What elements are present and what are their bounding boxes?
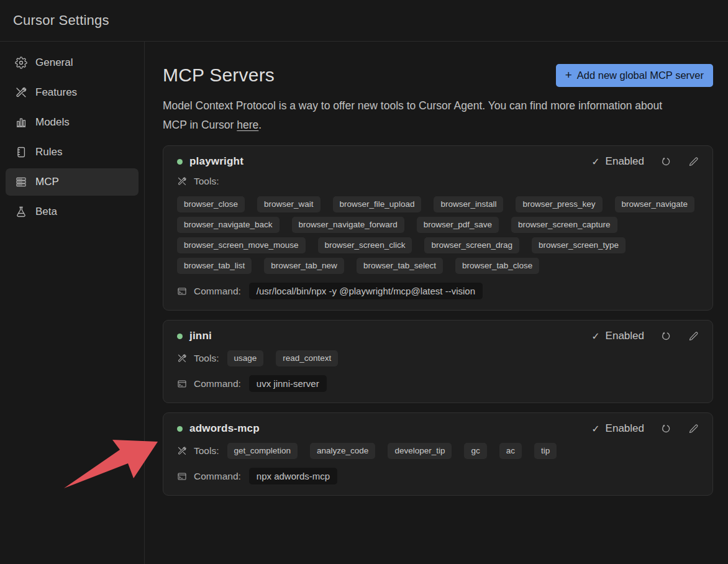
sidebar-item-label: Beta: [35, 206, 57, 218]
server-command-row: Command:uvx jinni-server: [177, 375, 699, 392]
tool-chip: browser_install: [434, 196, 503, 212]
sidebar-item-label: MCP: [35, 176, 59, 188]
tool-chip: browser_screen_move_mouse: [177, 237, 306, 253]
tool-chip: browser_tab_close: [455, 258, 539, 274]
server-enabled-toggle[interactable]: ✓Enabled: [591, 422, 644, 435]
command-label: Command:: [194, 286, 241, 297]
tool-chip: gc: [464, 443, 486, 459]
tool-chip: usage: [227, 350, 264, 366]
edit-icon[interactable]: [688, 331, 699, 342]
tool-chip: browser_file_upload: [333, 196, 422, 212]
tools-icon: [177, 446, 187, 456]
mcp-section-header: MCP Servers +Add new global MCP server: [163, 64, 713, 87]
tools-icon: [177, 353, 187, 363]
window-title: Cursor Settings: [13, 12, 109, 29]
tool-chip: get_completion: [227, 443, 298, 459]
terminal-icon: [177, 471, 187, 481]
tools-label: Tools:: [194, 445, 219, 457]
server-status-dot: [177, 426, 183, 432]
terminal-icon: [177, 379, 187, 389]
refresh-icon[interactable]: [660, 330, 671, 342]
notebook-icon: [15, 146, 27, 158]
tool-chip: tip: [534, 443, 557, 459]
tool-chip: browser_tab_list: [177, 258, 252, 274]
tool-chip: browser_navigate: [615, 196, 695, 212]
sidebar-item-features[interactable]: Features: [6, 79, 139, 106]
server-enabled-toggle[interactable]: ✓Enabled: [591, 330, 644, 342]
refresh-icon[interactable]: [660, 423, 671, 434]
flask-icon: [15, 206, 27, 218]
tool-chip: browser_tab_new: [264, 258, 344, 274]
sidebar-item-label: Features: [35, 86, 77, 99]
main-content: MCP Servers +Add new global MCP server M…: [145, 42, 728, 564]
add-mcp-server-button[interactable]: +Add new global MCP server: [556, 64, 713, 87]
tool-chip-list: get_completionanalyze_codedeveloper_tipg…: [227, 443, 557, 459]
terminal-icon: [177, 286, 187, 296]
tool-chip: browser_navigate_forward: [292, 217, 404, 233]
page-title: MCP Servers: [163, 64, 275, 86]
server-status-label: Enabled: [606, 330, 644, 342]
add-mcp-server-label: Add new global MCP server: [577, 70, 704, 81]
tools-icon: [177, 176, 187, 186]
server-status-dot: [177, 159, 183, 165]
server-name: playwright: [189, 155, 243, 168]
server-enabled-toggle[interactable]: ✓Enabled: [591, 155, 644, 168]
server-command-row: Command:npx adwords-mcp: [177, 468, 699, 484]
server-status-dot: [177, 334, 183, 339]
top-bar: Cursor Settings: [0, 0, 728, 42]
settings-layout: GeneralFeaturesModelsRulesMCPBeta MCP Se…: [0, 42, 728, 564]
sidebar: GeneralFeaturesModelsRulesMCPBeta: [0, 42, 145, 564]
tool-chip: browser_wait: [257, 196, 321, 212]
sidebar-item-general[interactable]: General: [6, 49, 139, 76]
tool-chip: browser_tab_select: [357, 258, 443, 274]
server-tools-row: Tools:browser_closebrowser_waitbrowser_f…: [177, 176, 699, 274]
refresh-icon[interactable]: [660, 156, 671, 167]
mcp-server-card: playwright✓EnabledTools:browser_closebro…: [163, 145, 713, 311]
command-value: npx adwords-mcp: [249, 468, 337, 484]
tool-chip: browser_screen_drag: [424, 237, 519, 253]
server-stack-icon: [15, 176, 27, 188]
sidebar-item-label: Rules: [35, 146, 62, 158]
server-tools-row: Tools:usageread_context: [177, 350, 699, 366]
check-icon: ✓: [591, 330, 599, 342]
server-status-label: Enabled: [606, 155, 644, 168]
check-icon: ✓: [591, 423, 599, 435]
tool-chip: browser_navigate_back: [177, 217, 280, 233]
tool-chip-list: browser_closebrowser_waitbrowser_file_up…: [177, 196, 699, 274]
mcp-description: Model Context Protocol is a way to offer…: [163, 96, 678, 135]
tools-icon: [15, 86, 27, 99]
tool-chip: browser_screen_capture: [511, 217, 617, 233]
tool-chip: analyze_code: [310, 443, 375, 459]
tool-chip: browser_close: [177, 196, 245, 212]
server-status-label: Enabled: [606, 422, 644, 435]
tool-chip: read_context: [276, 350, 338, 366]
sidebar-item-models[interactable]: Models: [6, 109, 139, 136]
sidebar-item-rules[interactable]: Rules: [6, 139, 139, 166]
tool-chip: browser_screen_click: [318, 237, 412, 253]
command-label: Command:: [194, 378, 241, 389]
server-card-header: playwright✓Enabled: [177, 155, 699, 168]
edit-icon[interactable]: [688, 157, 699, 167]
here-link[interactable]: here: [237, 119, 258, 131]
server-card-header: adwords-mcp✓Enabled: [177, 422, 699, 435]
description-period: .: [258, 119, 262, 131]
server-name: jinni: [189, 330, 212, 342]
plus-icon: +: [565, 68, 572, 82]
command-value: /usr/local/bin/npx -y @playwright/mcp@la…: [249, 283, 483, 299]
mcp-server-list: playwright✓EnabledTools:browser_closebro…: [163, 145, 713, 496]
bar-chart-icon: [15, 116, 27, 129]
tools-label: Tools:: [194, 353, 219, 364]
tool-chip: developer_tip: [388, 443, 452, 459]
server-tools-row: Tools:get_completionanalyze_codedevelope…: [177, 443, 699, 459]
tool-chip: browser_pdf_save: [417, 217, 499, 233]
sidebar-item-label: General: [35, 57, 73, 69]
server-card-header: jinni✓Enabled: [177, 330, 699, 342]
check-icon: ✓: [591, 156, 599, 168]
tool-chip: browser_screen_type: [532, 237, 626, 253]
tool-chip-list: usageread_context: [227, 350, 339, 366]
sidebar-item-beta[interactable]: Beta: [6, 198, 139, 225]
sidebar-item-mcp[interactable]: MCP: [6, 168, 139, 196]
mcp-server-card: adwords-mcp✓EnabledTools:get_completiona…: [163, 412, 713, 496]
server-name: adwords-mcp: [189, 422, 260, 435]
edit-icon[interactable]: [688, 424, 699, 434]
